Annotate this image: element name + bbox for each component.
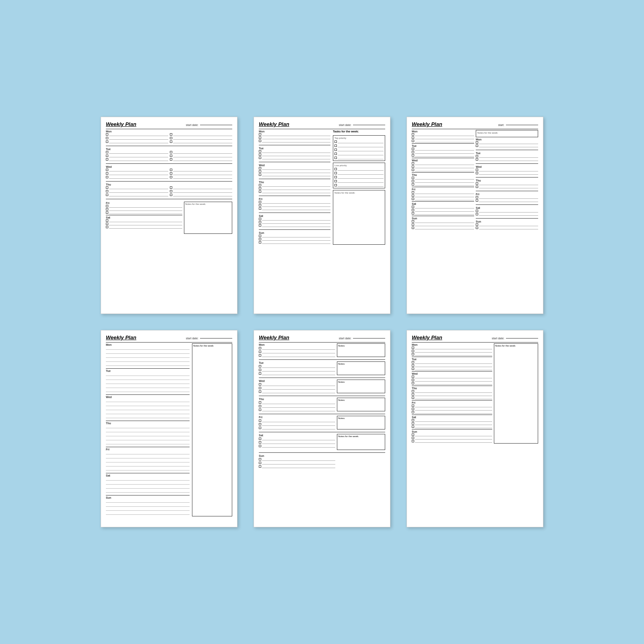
- card5-week-notes: Notes for the week:: [337, 434, 385, 450]
- card2-low-priority: Low priority: [333, 163, 385, 188]
- card4-body: Mon Tue Wed Thu: [106, 343, 232, 516]
- card5-fri-notes: Notes:: [337, 416, 385, 429]
- card5-mon-notes: Notes:: [337, 343, 385, 357]
- card2-title: Weekly Plan: [259, 121, 289, 127]
- card1-start-date: start date:: [186, 124, 232, 126]
- card5-thu: Thu Notes:: [259, 398, 385, 411]
- planner-grid: Weekly Plan start date: Mon: [85, 101, 559, 543]
- card4-notes: Notes for the week:: [192, 343, 232, 516]
- card1-thu: Thu: [106, 183, 232, 196]
- card1-notes-section: Fri Sat Notes for the week:: [106, 202, 232, 234]
- card1-sat: Sat: [106, 216, 182, 229]
- card1-header: Weekly Plan start date:: [106, 121, 232, 127]
- planner-card-4: Weekly Plan start date: Mon Tue Wed: [101, 330, 237, 527]
- planner-card-3: Weekly Plan start: Mon Tue Wed: [407, 117, 543, 314]
- card1-mon: Mon: [106, 130, 232, 143]
- card1-tue-label: Tue: [106, 148, 232, 151]
- card1-wed-label: Wed: [106, 165, 232, 168]
- card5-sat: Sat Notes for the week:: [259, 434, 385, 450]
- card5-wed: Wed Notes:: [259, 380, 385, 393]
- card6-days: Mon Tue Wed Thu: [412, 343, 492, 444]
- card2-start-date: start date:: [339, 124, 385, 126]
- card6-body: Mon Tue Wed Thu: [412, 343, 538, 444]
- card4-header: Weekly Plan start date:: [106, 334, 232, 341]
- card5-start-date: start date:: [339, 337, 385, 340]
- card2-header: Weekly Plan start date:: [259, 121, 385, 127]
- card3-notes-top: Notes for the week:: [476, 130, 538, 137]
- card1-wed: Wed: [106, 165, 232, 179]
- card5-tue-notes: Notes:: [337, 361, 385, 375]
- card1-notes-label: Notes for the week:: [184, 202, 232, 206]
- card5-title: Weekly Plan: [259, 334, 289, 341]
- card4-start-date: start date:: [186, 337, 232, 340]
- card5-header: Weekly Plan start date:: [259, 334, 385, 341]
- card1-fri-label: Fri: [106, 202, 182, 204]
- card1-mon-label: Mon: [106, 130, 232, 133]
- card5-sun: Sun: [259, 454, 385, 468]
- card6-header: Weekly Plan start date:: [412, 334, 538, 341]
- card1-thu-label: Thu: [106, 183, 232, 186]
- card5-fri: Fri Notes:: [259, 416, 385, 429]
- card2-tasks: Tasks for the week: Top priority Low pri…: [333, 130, 385, 245]
- card3-header: Weekly Plan start:: [412, 121, 538, 127]
- card2-days: Mon Tue Wed Thu: [259, 130, 330, 245]
- card3-days-left: Mon Tue Wed Thu: [412, 130, 474, 230]
- card5-tue: Tue Notes:: [259, 361, 385, 375]
- card1-body: Mon Tue: [106, 130, 232, 234]
- card4-title: Weekly Plan: [106, 334, 136, 341]
- card5-thu-notes: Notes:: [337, 398, 385, 411]
- card4-days: Mon Tue Wed Thu: [106, 343, 190, 516]
- card1-notes-box: Notes for the week:: [184, 202, 232, 234]
- card6-start-date: start date:: [492, 337, 538, 340]
- card1-fri: Fri: [106, 202, 182, 214]
- card3-body: Mon Tue Wed Thu: [412, 130, 538, 230]
- card3-days-right: Notes for the week: Mon Tue Wed Thu: [476, 130, 538, 230]
- card6-notes: Notes for the week:: [494, 343, 538, 444]
- card3-start-date: start:: [498, 124, 538, 126]
- card2-body: Mon Tue Wed Thu: [259, 130, 385, 245]
- card5-mon: Mon Notes:: [259, 343, 385, 357]
- card3-title: Weekly Plan: [412, 121, 442, 127]
- card1-title: Weekly Plan: [106, 121, 136, 127]
- planner-card-1: Weekly Plan start date: Mon: [101, 117, 237, 314]
- card6-title: Weekly Plan: [412, 334, 442, 341]
- card2-tasks-label: Tasks for the week:: [333, 130, 385, 133]
- card5-wed-notes: Notes:: [337, 380, 385, 393]
- planner-card-6: Weekly Plan start date: Mon Tue Wed: [407, 330, 543, 527]
- planner-card-2: Weekly Plan start date: Mon Tue Wed: [254, 117, 390, 314]
- card1-tue: Tue: [106, 148, 232, 161]
- planner-card-5: Weekly Plan start date: Mon Notes:: [254, 330, 390, 527]
- card2-top-priority: Top priority: [333, 135, 385, 161]
- card2-notes: Notes for the week:: [333, 190, 385, 245]
- card1-sat-label: Sat: [106, 216, 182, 219]
- card5-body: Mon Notes: Tue Notes:: [259, 343, 385, 469]
